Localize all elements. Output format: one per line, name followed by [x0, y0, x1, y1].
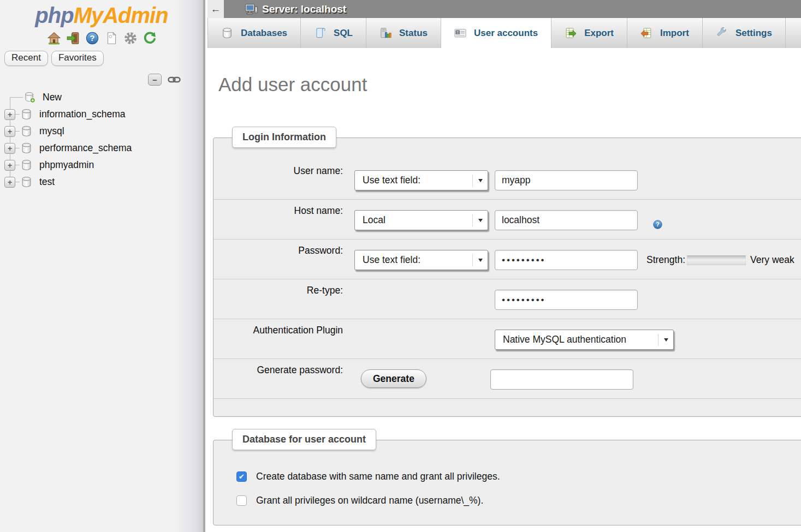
logo-myadmin-part: MyAdmin — [74, 3, 168, 27]
tree-item-label: New — [43, 92, 62, 103]
tree-item-mysql[interactable]: mysql — [0, 123, 203, 140]
server-icon — [245, 3, 258, 15]
tree-item-phpmyadmin[interactable]: phpmyadmin — [0, 157, 203, 174]
tree-twig-line — [15, 182, 20, 182]
tree-item-label: phpmyadmin — [39, 159, 94, 171]
tab-status[interactable]: Status — [366, 18, 441, 48]
username-input[interactable] — [495, 170, 638, 190]
documentation-icon[interactable] — [104, 31, 118, 45]
home-icon[interactable] — [47, 31, 61, 45]
expand-plus-button[interactable] — [4, 126, 15, 137]
tree-item-label: mysql — [39, 125, 64, 137]
tab-label: Status — [399, 28, 428, 39]
expand-plus-button[interactable] — [4, 177, 15, 188]
tab-databases[interactable]: Databases — [207, 18, 301, 48]
tree-item-test[interactable]: test — [0, 174, 203, 190]
hostname-row: Host name: Local — [213, 200, 801, 240]
settings-gear-icon[interactable] — [123, 31, 138, 45]
password-strength-meter: Strength: Very weak — [646, 250, 794, 270]
tree-twig-line — [15, 165, 20, 165]
collapse-all-button[interactable] — [148, 74, 162, 86]
hostname-type-select[interactable]: Local — [354, 210, 488, 230]
database-tree: New information_schema mysql performance… — [0, 89, 203, 190]
password-input[interactable] — [495, 250, 638, 270]
sidebar-resize-handle[interactable] — [203, 0, 206, 532]
tab-label: Export — [584, 28, 614, 39]
grant-wildcard-checkbox[interactable] — [236, 495, 247, 506]
navigation-sidebar: phpMyAdmin Recent Favorites New informat… — [0, 0, 203, 532]
tab-settings[interactable]: Settings — [703, 18, 786, 48]
tab-label: SQL — [334, 28, 353, 39]
tree-item-label: information_schema — [39, 109, 126, 120]
generate-password-row: Generate password: Generate — [213, 359, 801, 399]
generate-password-label: Generate password: — [213, 359, 343, 398]
create-database-checkbox-row: Create database with same name and grant… — [236, 471, 801, 482]
password-label: Password: — [213, 240, 343, 279]
expand-plus-button[interactable] — [4, 160, 15, 171]
recent-button[interactable]: Recent — [4, 51, 48, 66]
tree-twig-line — [15, 148, 20, 148]
tab-label: Import — [660, 28, 689, 39]
page-title: Add user account — [218, 74, 801, 95]
password-type-select[interactable]: Use text field: — [354, 250, 488, 270]
tree-controls — [0, 74, 181, 86]
auth-plugin-label: Authentication Plugin — [213, 319, 343, 358]
quick-access-row: Recent Favorites — [4, 51, 203, 66]
generate-button[interactable]: Generate — [361, 369, 426, 388]
database-for-user-account-fieldset: Database for user account Create databas… — [213, 440, 801, 525]
generated-password-output[interactable] — [490, 369, 633, 390]
auth-plugin-row: Authentication Plugin Native MySQL authe… — [213, 319, 801, 359]
database-for-user-account-legend: Database for user account — [232, 429, 376, 450]
refresh-icon[interactable] — [143, 31, 157, 45]
chevron-down-icon — [472, 175, 488, 187]
expand-plus-button[interactable] — [4, 109, 15, 120]
select-value: Native MySQL authentication — [503, 334, 626, 345]
tree-elbow-line — [10, 97, 23, 98]
link-with-main-panel-icon[interactable] — [167, 75, 181, 84]
chevron-down-icon — [472, 214, 488, 226]
tab-label: Settings — [735, 28, 772, 39]
login-information-fieldset: Login Information User name: Use text fi… — [213, 138, 801, 417]
select-value: Use text field: — [363, 254, 420, 266]
retype-password-input[interactable] — [495, 290, 638, 310]
chevron-down-icon — [658, 334, 673, 346]
help-icon[interactable] — [85, 31, 99, 45]
grant-wildcard-checkbox-row: Grant all privileges on wildcard name (u… — [236, 495, 801, 506]
database-icon — [21, 176, 32, 188]
tree-item-information-schema[interactable]: information_schema — [0, 106, 203, 123]
back-arrow-button[interactable]: ← — [207, 0, 224, 18]
tab-export[interactable]: Export — [551, 18, 627, 48]
phpmyadmin-logo[interactable]: phpMyAdmin — [0, 0, 203, 28]
import-icon — [640, 27, 652, 39]
tab-user-accounts[interactable]: User accounts — [441, 18, 551, 48]
tree-item-performance-schema[interactable]: performance_schema — [0, 140, 203, 157]
select-value: Use text field: — [363, 175, 420, 186]
expand-plus-button[interactable] — [4, 143, 15, 154]
database-icon — [21, 125, 32, 137]
database-icon — [21, 142, 32, 154]
tree-item-new[interactable]: New — [0, 89, 203, 106]
auth-plugin-select[interactable]: Native MySQL authentication — [495, 330, 674, 350]
database-icon — [21, 109, 32, 120]
favorites-button[interactable]: Favorites — [51, 51, 104, 66]
strength-meter-bar — [687, 255, 746, 265]
create-database-checkbox[interactable] — [236, 471, 247, 482]
grant-wildcard-checkbox-label[interactable]: Grant all privileges on wildcard name (u… — [256, 495, 483, 506]
tab-label: User accounts — [474, 28, 538, 39]
tab-sql[interactable]: SQL — [301, 18, 366, 48]
hostname-input[interactable] — [495, 210, 638, 230]
username-row: User name: Use text field: — [213, 160, 801, 200]
hostname-label: Host name: — [213, 200, 343, 239]
tree-twig-line — [15, 114, 20, 115]
chevron-down-icon — [472, 254, 488, 266]
sidebar-nav-icons — [0, 31, 203, 45]
strength-text: Very weak — [750, 254, 794, 266]
tab-import[interactable]: Import — [627, 18, 703, 48]
logout-door-icon[interactable] — [66, 31, 80, 45]
username-type-select[interactable]: Use text field: — [354, 170, 488, 190]
select-value: Local — [363, 214, 385, 226]
create-database-checkbox-label[interactable]: Create database with same name and grant… — [256, 471, 500, 482]
server-breadcrumb-title[interactable]: Server: localhost — [262, 3, 346, 15]
database-icon — [221, 27, 233, 39]
hostname-help-icon[interactable] — [652, 219, 663, 230]
